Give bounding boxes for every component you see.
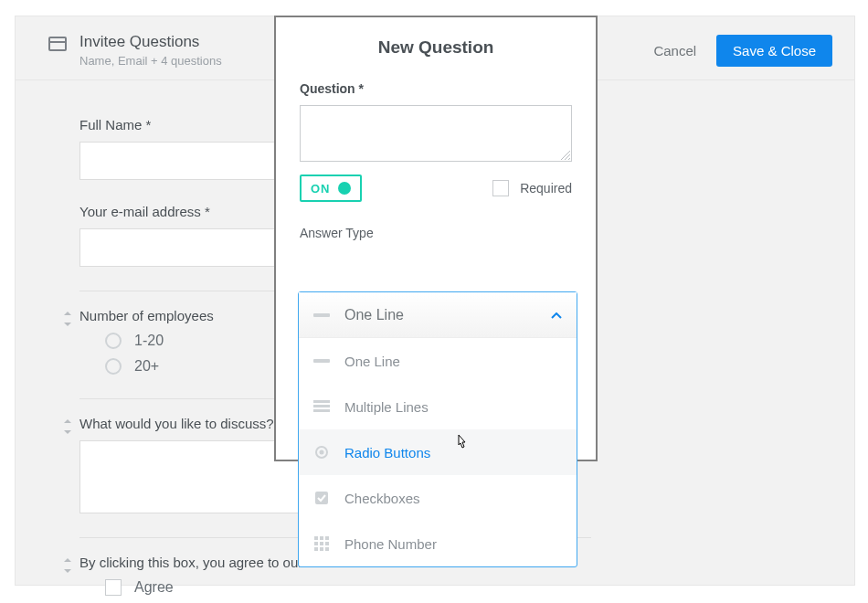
save-close-button[interactable]: Save & Close — [716, 35, 832, 67]
dropdown-option-label: Checkboxes — [344, 491, 420, 506]
svg-marker-3 — [64, 430, 71, 434]
svg-rect-9 — [313, 313, 330, 317]
employees-option-label: 20+ — [134, 358, 159, 375]
resize-grip-icon[interactable] — [561, 151, 570, 160]
svg-rect-25 — [325, 547, 329, 551]
dropdown-option-label: One Line — [344, 354, 400, 369]
on-toggle-label: ON — [311, 182, 331, 196]
grid-icon — [313, 535, 330, 552]
svg-rect-20 — [314, 542, 318, 545]
answer-type-dropdown[interactable]: One Line One LineMultiple LinesRadio But… — [298, 291, 577, 567]
full-name-input[interactable] — [79, 142, 281, 180]
svg-rect-21 — [320, 542, 323, 545]
question-textarea[interactable] — [300, 105, 572, 162]
svg-rect-10 — [313, 359, 330, 363]
panel-subtitle: Name, Email + 4 questions — [79, 54, 222, 68]
dropdown-selected-label: One Line — [344, 307, 404, 323]
svg-rect-23 — [314, 547, 318, 551]
dropdown-list: One LineMultiple LinesRadio ButtonsCheck… — [299, 338, 577, 566]
card-icon — [48, 37, 67, 51]
dropdown-option-label: Radio Buttons — [344, 445, 430, 460]
agree-checkbox[interactable] — [105, 579, 122, 596]
chevron-up-icon — [551, 307, 562, 323]
drag-handle-icon[interactable] — [63, 312, 72, 326]
header-left: Invitee Questions Name, Email + 4 questi… — [48, 33, 222, 68]
cancel-button[interactable]: Cancel — [653, 43, 696, 58]
svg-marker-1 — [64, 323, 71, 326]
required-label: Required — [520, 181, 572, 196]
checkbox-icon — [313, 490, 330, 506]
dropdown-option-grid[interactable]: Phone Number — [299, 521, 577, 566]
svg-marker-0 — [64, 312, 71, 315]
svg-rect-13 — [313, 409, 330, 412]
oneline-icon — [313, 353, 330, 369]
dropdown-option-label: Multiple Lines — [344, 399, 429, 415]
dropdown-option-radio[interactable]: Radio Buttons — [299, 429, 577, 475]
question-label: Question * — [300, 81, 572, 96]
multiline-icon — [313, 398, 330, 415]
drag-handle-icon[interactable] — [63, 419, 72, 434]
svg-rect-17 — [314, 536, 318, 540]
toggle-dot-icon — [338, 182, 351, 195]
svg-rect-18 — [320, 536, 323, 540]
agree-label: Agree — [134, 579, 174, 596]
svg-marker-4 — [64, 558, 71, 562]
svg-point-15 — [320, 450, 324, 455]
on-toggle[interactable]: ON — [300, 175, 362, 202]
modal-title: New Question — [300, 37, 572, 58]
dropdown-option-oneline[interactable]: One Line — [299, 338, 577, 384]
drag-handle-icon[interactable] — [63, 558, 72, 573]
email-input[interactable] — [79, 228, 281, 267]
dropdown-selected[interactable]: One Line — [299, 292, 577, 338]
dropdown-option-checkbox[interactable]: Checkboxes — [299, 475, 577, 521]
radio-icon — [105, 358, 122, 375]
answer-type-label: Answer Type — [300, 226, 572, 240]
svg-rect-12 — [313, 405, 330, 407]
svg-rect-16 — [315, 492, 328, 504]
panel-title: Invitee Questions — [79, 33, 222, 51]
svg-line-8 — [568, 158, 570, 160]
oneline-icon — [313, 307, 330, 323]
dropdown-option-label: Phone Number — [344, 536, 437, 552]
svg-rect-19 — [325, 536, 329, 540]
header-actions: Cancel Save & Close — [653, 35, 832, 67]
pointer-cursor-icon — [454, 434, 469, 452]
dropdown-option-multiline[interactable]: Multiple Lines — [299, 384, 577, 429]
svg-rect-11 — [313, 400, 330, 403]
svg-rect-24 — [320, 547, 323, 551]
required-checkbox[interactable] — [492, 180, 509, 196]
radio-icon — [313, 444, 330, 460]
svg-marker-5 — [64, 569, 71, 573]
radio-icon — [105, 333, 122, 349]
svg-marker-2 — [64, 419, 71, 423]
svg-rect-22 — [325, 542, 329, 545]
employees-option-label: 1-20 — [134, 333, 164, 349]
